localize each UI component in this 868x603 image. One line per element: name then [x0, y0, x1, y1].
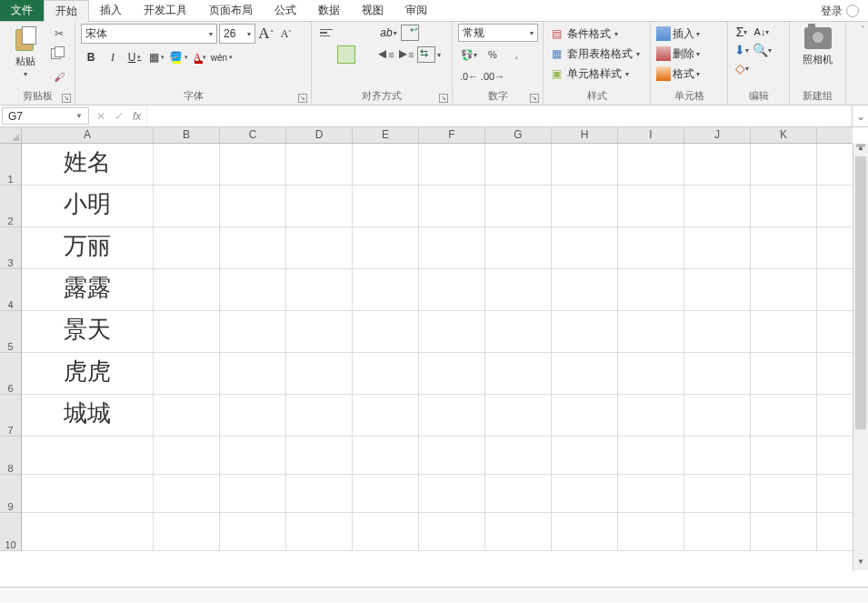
delete-cells-button[interactable]: 删除▾ [656, 44, 700, 64]
cells-grid[interactable]: 姓名小明万丽露露景天虎虎城城 [22, 144, 853, 570]
cell-D9[interactable] [286, 475, 353, 512]
cell-B10[interactable] [154, 513, 220, 550]
cell-A2[interactable]: 小明 [22, 186, 154, 226]
number-format-select[interactable]: 常规▾ [458, 24, 538, 42]
cell-D3[interactable] [286, 227, 353, 268]
col-header-E[interactable]: E [353, 127, 419, 143]
chevron-down-icon[interactable]: ▾ [437, 51, 441, 59]
cell-I4[interactable] [618, 269, 684, 310]
cell-I7[interactable] [618, 395, 684, 436]
wrap-text-button[interactable] [401, 25, 419, 41]
cell-G2[interactable] [485, 186, 552, 226]
cell-G5[interactable] [485, 311, 552, 352]
cell-E3[interactable] [353, 227, 419, 268]
row-header-5[interactable]: 5 [0, 311, 21, 353]
cell-C2[interactable] [220, 186, 286, 226]
copy-button[interactable] [49, 45, 69, 65]
cell-E6[interactable] [353, 353, 419, 394]
tab-developer[interactable]: 开发工具 [133, 0, 198, 21]
scroll-up-arrow[interactable]: ▲ [853, 144, 868, 156]
percent-button[interactable]: % [482, 45, 504, 64]
col-header-A[interactable]: A [22, 127, 154, 143]
cell-I1[interactable] [618, 144, 684, 185]
cell-C9[interactable] [220, 475, 286, 512]
cell-A5[interactable]: 景天 [22, 311, 154, 352]
cell-J2[interactable] [684, 186, 751, 226]
expand-formula-bar-button[interactable]: ⌄ [852, 106, 868, 126]
row-header-4[interactable]: 4 [0, 269, 21, 311]
cell-E9[interactable] [353, 475, 419, 512]
cell-D7[interactable] [286, 395, 353, 436]
row-header-7[interactable]: 7 [0, 395, 21, 437]
cell-A8[interactable] [22, 437, 154, 474]
cell-F5[interactable] [419, 311, 485, 352]
shrink-font-button[interactable]: A˅ [277, 24, 295, 44]
paste-button[interactable]: 粘贴 ▾ [5, 24, 45, 78]
cell-C1[interactable] [220, 144, 286, 185]
cell-F3[interactable] [419, 227, 485, 268]
cell-J8[interactable] [684, 437, 751, 474]
cell-H4[interactable] [552, 269, 618, 310]
cell-A9[interactable] [22, 475, 154, 512]
cell-D2[interactable] [286, 186, 353, 226]
tab-insert[interactable]: 插入 [89, 0, 133, 21]
cell-B8[interactable] [154, 437, 220, 474]
cell-G1[interactable] [485, 144, 552, 185]
cell-J9[interactable] [684, 475, 751, 512]
cell-E10[interactable] [353, 513, 419, 550]
cell-H6[interactable] [552, 353, 618, 394]
scroll-thumb[interactable] [855, 156, 866, 429]
cell-E8[interactable] [353, 437, 419, 474]
cell-K3[interactable] [751, 227, 817, 268]
fill-color-button[interactable]: 🪣▾ [168, 47, 188, 67]
camera-button[interactable]: 照相机 [798, 24, 838, 66]
cell-G9[interactable] [485, 475, 552, 512]
cell-C3[interactable] [220, 227, 286, 268]
cell-K5[interactable] [751, 311, 817, 352]
cell-F9[interactable] [419, 475, 485, 512]
cell-J3[interactable] [684, 227, 751, 268]
row-header-10[interactable]: 10 [0, 513, 21, 551]
dialog-launcher-icon[interactable]: ↘ [530, 94, 539, 103]
cell-H8[interactable] [552, 437, 618, 474]
row-header-8[interactable]: 8 [0, 437, 21, 475]
cell-G3[interactable] [485, 227, 552, 268]
col-header-D[interactable]: D [286, 127, 353, 143]
cell-F4[interactable] [419, 269, 485, 310]
align-bottom-button[interactable] [357, 24, 375, 42]
cell-I2[interactable] [618, 186, 684, 226]
cell-E2[interactable] [353, 186, 419, 226]
cell-J4[interactable] [684, 269, 751, 310]
cell-F2[interactable] [419, 186, 485, 226]
cell-E7[interactable] [353, 395, 419, 436]
cell-C7[interactable] [220, 395, 286, 436]
cell-C10[interactable] [220, 513, 286, 550]
cell-D5[interactable] [286, 311, 353, 352]
font-name-select[interactable]: 宋体▾ [81, 24, 217, 44]
cell-C5[interactable] [220, 311, 286, 352]
grow-font-button[interactable]: A˄ [257, 24, 275, 44]
bold-button[interactable]: B [81, 47, 101, 67]
vertical-scrollbar[interactable]: ▲ ▼ [853, 144, 868, 570]
cell-A1[interactable]: 姓名 [22, 144, 154, 185]
cell-J5[interactable] [684, 311, 751, 352]
cell-A10[interactable] [22, 513, 154, 550]
cell-K6[interactable] [751, 353, 817, 394]
cell-I9[interactable] [618, 475, 684, 512]
format-as-table-button[interactable]: ▦套用表格格式▾ [549, 44, 640, 64]
cell-D10[interactable] [286, 513, 353, 550]
scroll-down-arrow[interactable]: ▼ [853, 558, 868, 570]
cell-K1[interactable] [751, 144, 817, 185]
cell-C8[interactable] [220, 437, 286, 474]
underline-button[interactable]: U▾ [125, 47, 145, 67]
cell-I5[interactable] [618, 311, 684, 352]
format-painter-button[interactable]: 🖌 [49, 67, 69, 87]
cell-G10[interactable] [485, 513, 552, 550]
cell-D6[interactable] [286, 353, 353, 394]
sort-filter-button[interactable]: A↓▾ [753, 24, 770, 40]
cell-K2[interactable] [751, 186, 817, 226]
row-header-6[interactable]: 6 [0, 353, 21, 395]
align-left-button[interactable] [317, 45, 335, 64]
decrease-decimal-button[interactable]: .00→ [482, 67, 504, 85]
cancel-formula-button[interactable]: ✕ [96, 110, 105, 123]
